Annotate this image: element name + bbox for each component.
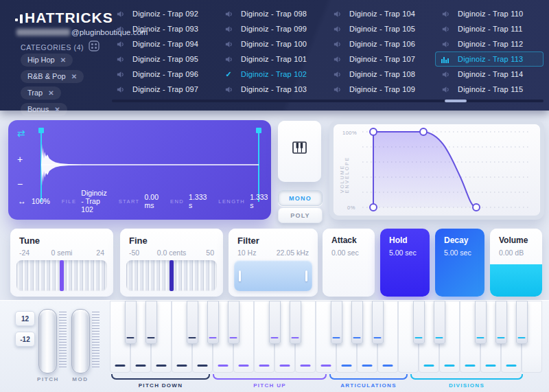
- category-chip[interactable]: Bonus✕: [21, 103, 67, 116]
- preset-label: Diginoiz - Trap 114: [458, 70, 523, 78]
- preset-item[interactable]: ✓Diginoiz - Trap 096: [110, 67, 218, 82]
- fine-slider[interactable]: [126, 260, 217, 291]
- speaker-icon: [441, 10, 450, 19]
- preset-item[interactable]: ✓Diginoiz - Trap 092: [110, 6, 218, 21]
- key-section-label: DIVISIONS: [410, 382, 523, 389]
- black-key[interactable]: [516, 301, 528, 344]
- mono-button[interactable]: MONO: [278, 190, 323, 206]
- black-key[interactable]: [331, 301, 342, 344]
- key-section-bracket: [410, 374, 523, 380]
- speaker-icon: [441, 85, 450, 94]
- filter-high-handle[interactable]: [305, 270, 307, 281]
- tune-slider-indicator[interactable]: [60, 260, 64, 291]
- preset-label: Diginoiz - Trap 101: [241, 55, 307, 63]
- black-key[interactable]: [413, 301, 425, 344]
- speaker-icon: [224, 40, 233, 49]
- preset-scrollbar-handle[interactable]: [445, 100, 467, 102]
- decay-card[interactable]: Decay 5.00 sec: [435, 229, 484, 297]
- preset-item[interactable]: ✓Diginoiz - Trap 114: [435, 67, 544, 82]
- preset-label: Diginoiz - Trap 108: [349, 70, 415, 78]
- category-chip-label: Trap: [27, 89, 43, 97]
- remove-category-icon[interactable]: ✕: [71, 73, 77, 80]
- logo-text: HATTRICKS: [25, 10, 113, 26]
- preset-item[interactable]: ✓Diginoiz - Trap 110: [435, 6, 544, 21]
- waveform-panel: ⇄ + − ↔ 100% FILE Diginoiz - Trap 102 ST…: [8, 120, 271, 220]
- filter-range-slider[interactable]: [234, 260, 312, 291]
- envelope-axis-label: VOLUME ENVELOPE: [340, 147, 349, 193]
- preset-item[interactable]: ✓Diginoiz - Trap 101: [218, 51, 327, 67]
- preset-item[interactable]: ✓Diginoiz - Trap 108: [327, 67, 435, 82]
- preset-item[interactable]: ✓Diginoiz - Trap 104: [327, 6, 435, 21]
- pitch-range-down-button[interactable]: -12: [15, 332, 35, 347]
- preset-item[interactable]: ✓Diginoiz - Trap 105: [327, 21, 435, 36]
- preset-item[interactable]: ✓Diginoiz - Trap 093: [110, 21, 218, 36]
- category-chip[interactable]: Trap✕: [21, 87, 61, 100]
- preset-item[interactable]: ✓Diginoiz - Trap 112: [435, 36, 544, 51]
- attack-card[interactable]: Attack 0.00 sec: [323, 229, 375, 297]
- keyboard-panel: 12 -12 PITCH MOD PITCH DOWNPITCH UPARTIC…: [0, 300, 549, 392]
- tune-slider[interactable]: [16, 260, 107, 291]
- black-key[interactable]: [187, 301, 198, 344]
- preset-label: Diginoiz - Trap 110: [458, 10, 523, 18]
- preset-item[interactable]: ✓Diginoiz - Trap 099: [218, 21, 327, 36]
- preset-grid: ✓Diginoiz - Trap 092✓Diginoiz - Trap 093…: [110, 6, 544, 97]
- poly-button[interactable]: POLY: [278, 207, 323, 223]
- pitch-wheel[interactable]: [38, 309, 57, 373]
- zoom-in-icon[interactable]: +: [17, 154, 23, 164]
- preset-item[interactable]: ✓Diginoiz - Trap 097: [110, 82, 218, 97]
- black-key[interactable]: [228, 301, 240, 344]
- preset-label: Diginoiz - Trap 115: [458, 85, 523, 93]
- preset-label: Diginoiz - Trap 096: [132, 70, 198, 78]
- remove-category-icon[interactable]: ✕: [48, 89, 54, 97]
- black-key[interactable]: [290, 301, 301, 344]
- key-section-bracket: [213, 374, 327, 380]
- remove-category-icon[interactable]: ✕: [60, 56, 66, 64]
- remove-category-icon[interactable]: ✕: [54, 106, 60, 113]
- random-preset-dice-icon[interactable]: [88, 40, 100, 52]
- zoom-out-icon[interactable]: −: [17, 179, 23, 189]
- preset-item[interactable]: ✓Diginoiz - Trap 095: [110, 51, 218, 67]
- file-value: Diginoiz - Trap 102: [81, 189, 106, 214]
- keyboard-trigger-pad[interactable]: [278, 121, 321, 182]
- black-key[interactable]: [372, 301, 384, 344]
- preset-item[interactable]: ✓Diginoiz - Trap 107: [327, 51, 435, 67]
- mod-wheel-label: MOD: [70, 376, 91, 382]
- preset-item[interactable]: ✓Diginoiz - Trap 100: [218, 36, 327, 51]
- preset-item[interactable]: ✓Diginoiz - Trap 103: [218, 82, 327, 97]
- end-value: 1.333 s: [189, 193, 207, 209]
- volume-card[interactable]: Volume 0.00 dB: [490, 229, 542, 297]
- category-chip[interactable]: R&B & Pop✕: [21, 70, 84, 83]
- waveform-playing-icon: [441, 56, 450, 63]
- preset-item[interactable]: ✓Diginoiz - Trap 115: [435, 82, 544, 97]
- loop-direction-icon[interactable]: ⇄: [17, 128, 25, 138]
- envelope-max-label: 100%: [342, 130, 357, 136]
- mod-wheel[interactable]: [71, 309, 90, 373]
- black-key[interactable]: [145, 301, 157, 344]
- hold-card[interactable]: Hold 5.00 sec: [380, 229, 430, 297]
- category-chip[interactable]: Hip Hop✕: [21, 54, 73, 67]
- preset-scrollbar-track[interactable]: [112, 100, 544, 102]
- filter-low-handle[interactable]: [239, 270, 241, 281]
- black-key[interactable]: [475, 301, 487, 344]
- preset-item[interactable]: ✓Diginoiz - Trap 113: [435, 51, 544, 67]
- speaker-icon: [332, 55, 342, 64]
- black-key[interactable]: [269, 301, 281, 344]
- preset-item[interactable]: ✓Diginoiz - Trap 098: [218, 6, 327, 21]
- preset-item[interactable]: ✓Diginoiz - Trap 111: [435, 21, 544, 36]
- category-chip-label: R&B & Pop: [27, 72, 66, 80]
- black-key[interactable]: [207, 301, 219, 344]
- preset-item[interactable]: ✓Diginoiz - Trap 102: [218, 67, 327, 82]
- envelope-plot[interactable]: 100% 0% VOLUME ENVELOPE: [334, 124, 540, 216]
- preset-label: Diginoiz - Trap 097: [132, 85, 198, 93]
- preset-item[interactable]: ✓Diginoiz - Trap 109: [327, 82, 435, 97]
- start-label: START: [119, 198, 140, 205]
- preset-item[interactable]: ✓Diginoiz - Trap 094: [110, 36, 218, 51]
- black-key[interactable]: [125, 301, 137, 344]
- black-key[interactable]: [495, 301, 507, 344]
- speaker-icon: [332, 10, 342, 19]
- preset-item[interactable]: ✓Diginoiz - Trap 106: [327, 36, 435, 51]
- black-key[interactable]: [434, 301, 445, 344]
- pitch-range-up-button[interactable]: 12: [15, 311, 35, 326]
- fine-slider-indicator[interactable]: [170, 260, 174, 291]
- black-key[interactable]: [351, 301, 363, 344]
